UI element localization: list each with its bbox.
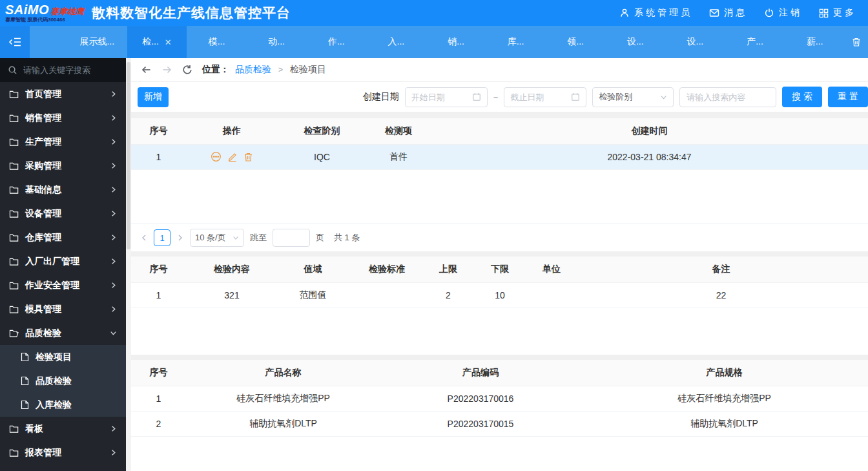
- folder-icon: [9, 257, 19, 266]
- sidebar-item-label: 看板: [25, 423, 43, 435]
- sidebar-collapse-button[interactable]: [0, 26, 30, 58]
- tab-label: 设...: [687, 36, 704, 48]
- tab-label: 展示线...: [79, 36, 114, 48]
- page-number[interactable]: 1: [154, 229, 170, 246]
- sidebar-item-work-safety[interactable]: 作业安全管理: [0, 273, 126, 297]
- col-product-name: 产品名称: [186, 360, 380, 386]
- detail-icon[interactable]: [211, 151, 222, 162]
- inspection-detail-table: 序号 检验内容 值域 检验标准 上限 下限 单位 备注 1 321 范围值 2: [131, 256, 868, 308]
- prev-page-icon[interactable]: [140, 234, 148, 242]
- sidebar-item-base-info[interactable]: 基础信息: [0, 178, 126, 202]
- tab-item[interactable]: 销...: [426, 26, 486, 58]
- next-page-icon[interactable]: [176, 234, 184, 242]
- submenu-item-label: 入库检验: [36, 399, 72, 411]
- sidebar-item-quality-inspection[interactable]: 品质检验: [0, 321, 126, 345]
- tab-item[interactable]: 模...: [187, 26, 247, 58]
- folder-open-icon: [9, 329, 19, 338]
- col-stage: 检查阶别: [278, 118, 366, 144]
- chevron-right-icon: [110, 234, 117, 241]
- table-header-row: 序号 检验内容 值域 检验标准 上限 下限 单位 备注: [131, 256, 868, 282]
- table-row[interactable]: 1 IQC 首件 2022-03-21 08:34:47: [131, 144, 868, 169]
- table-row[interactable]: 1 硅灰石纤维填充增强PP P202203170016 硅灰石纤维填充增强PP: [131, 386, 868, 411]
- end-date-input[interactable]: [510, 92, 562, 102]
- sidebar-scrollbar[interactable]: [126, 58, 131, 471]
- product-panel: 序号 产品名称 产品编码 产品规格 1 硅灰石纤维填充增强PP P2022031…: [131, 360, 868, 471]
- sidebar-item-label: 首页管理: [25, 89, 61, 100]
- back-icon[interactable]: [141, 65, 152, 75]
- jump-page-input[interactable]: [273, 229, 310, 247]
- submenu-item-quality-inspection[interactable]: 品质检验: [0, 369, 126, 393]
- tab-item[interactable]: 设...: [605, 26, 665, 58]
- sidebar-item-dashboard[interactable]: 看板: [0, 417, 126, 441]
- tab-close-icon[interactable]: ✕: [165, 37, 172, 47]
- folder-icon: [9, 281, 19, 290]
- breadcrumb-parent-link[interactable]: 品质检验: [235, 64, 271, 76]
- tab-item[interactable]: 薪...: [785, 26, 845, 58]
- tab-item[interactable]: 产...: [725, 26, 785, 58]
- start-date-picker[interactable]: [405, 87, 488, 107]
- sidebar-item-home[interactable]: 首页管理: [0, 82, 126, 106]
- sidebar-item-equipment[interactable]: 设备管理: [0, 202, 126, 225]
- sidebar-item-label: 作业安全管理: [25, 280, 79, 291]
- submenu-item-inspection-items[interactable]: 检验项目: [0, 345, 126, 369]
- logout-icon: [764, 8, 774, 18]
- tab-item[interactable]: 设...: [665, 26, 725, 58]
- scrollbar-thumb[interactable]: [127, 62, 130, 249]
- end-date-picker[interactable]: [504, 87, 586, 107]
- tab-label: 领...: [567, 36, 584, 48]
- folder-icon: [9, 114, 19, 123]
- file-icon: [21, 400, 29, 410]
- cell-product-spec: 辅助抗氧剂DLTP: [581, 411, 868, 436]
- chevron-right-icon: [110, 90, 117, 98]
- sidebar-item-purchasing[interactable]: 采购管理: [0, 154, 126, 178]
- sidebar-item-mold[interactable]: 模具管理: [0, 297, 126, 321]
- more-button[interactable]: 更多: [819, 7, 856, 19]
- chevron-right-icon: [110, 186, 117, 193]
- tab-item[interactable]: 动...: [247, 26, 307, 58]
- add-button[interactable]: 新增: [138, 87, 169, 107]
- inspection-stage-select[interactable]: 检验阶别: [592, 87, 674, 107]
- tab-item[interactable]: 库...: [486, 26, 546, 58]
- keyword-search-input[interactable]: [679, 87, 776, 107]
- top-header: SAiMO 赛摩雄鹰 赛摩智能 股票代码300466 散料数智化生产线信息管控平…: [0, 0, 868, 26]
- tab-item[interactable]: 领...: [546, 26, 606, 58]
- tab-item[interactable]: 作...: [306, 26, 366, 58]
- delete-icon[interactable]: [243, 152, 253, 162]
- stage-select-value: 检验阶别: [599, 91, 632, 103]
- tab-label: 检...: [142, 36, 159, 48]
- close-all-tabs-button[interactable]: [845, 26, 868, 58]
- submenu-item-label: 品质检验: [36, 375, 72, 387]
- main-content: 位置： 品质检验 > 检验项目 新增 创建日期 ~ 检验阶别 搜 索 重 置: [131, 58, 868, 471]
- page-size-select[interactable]: 10 条/页: [190, 229, 244, 247]
- refresh-icon[interactable]: [182, 65, 192, 75]
- col-item: 检测项: [366, 118, 431, 144]
- sidebar-search-input[interactable]: [23, 65, 137, 75]
- sidebar-item-in-out-factory[interactable]: 入厂出厂管理: [0, 249, 126, 273]
- forward-icon[interactable]: [161, 65, 172, 75]
- col-seq: 序号: [131, 256, 186, 282]
- chevron-right-icon: [110, 449, 117, 456]
- tab-item-active[interactable]: 检... ✕: [127, 26, 187, 58]
- search-button[interactable]: 搜 索: [782, 87, 822, 107]
- submenu-item-warehouse-inspection[interactable]: 入库检验: [0, 393, 126, 417]
- grid-icon: [819, 8, 829, 18]
- cell-standard: [348, 282, 426, 308]
- user-menu[interactable]: 系统管理员: [619, 7, 692, 19]
- table-row[interactable]: 1 321 范围值 2 10 22: [131, 282, 868, 308]
- sidebar-item-reports[interactable]: 报表管理: [0, 441, 126, 465]
- logout-button[interactable]: 注销: [764, 7, 802, 19]
- sidebar-item-production[interactable]: 生产管理: [0, 130, 126, 154]
- messages-button[interactable]: 消息: [709, 7, 747, 19]
- sidebar-item-label: 基础信息: [25, 184, 61, 196]
- logo-text: SAiMO: [5, 3, 49, 16]
- reset-button[interactable]: 重 置: [828, 87, 868, 107]
- sidebar-item-label: 仓库管理: [25, 232, 61, 244]
- sidebar-item-sales[interactable]: 销售管理: [0, 106, 126, 130]
- table-row[interactable]: 2 辅助抗氧剂DLTP P202203170015 辅助抗氧剂DLTP: [131, 411, 868, 436]
- sidebar-item-warehouse[interactable]: 仓库管理: [0, 225, 126, 249]
- tab-item[interactable]: 展示线...: [67, 26, 127, 58]
- folder-icon: [9, 209, 19, 218]
- start-date-input[interactable]: [411, 92, 463, 102]
- tab-item[interactable]: 入...: [366, 26, 426, 58]
- edit-icon[interactable]: [227, 152, 238, 162]
